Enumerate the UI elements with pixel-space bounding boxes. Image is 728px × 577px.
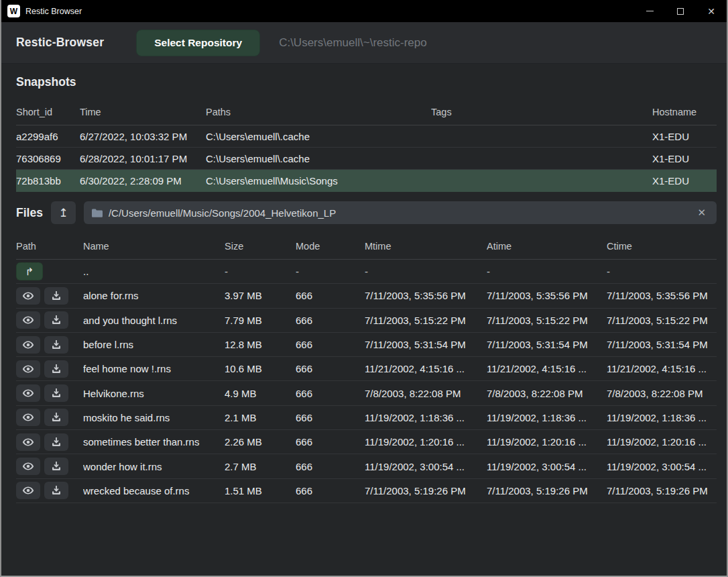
snapshot-time: 6/30/2022, 2:28:09 PM <box>80 175 206 187</box>
download-file-button[interactable] <box>44 384 68 402</box>
file-name: and you thought l.rns <box>83 315 225 326</box>
minimize-button[interactable] <box>634 0 665 22</box>
file-mode: - <box>296 266 365 277</box>
preview-file-button[interactable] <box>16 311 40 329</box>
preview-file-button[interactable] <box>16 482 40 499</box>
app-header: Restic-Browser Select Repository C:\User… <box>1 22 727 64</box>
file-atime: 7/11/2003, 5:19:26 PM <box>487 485 607 496</box>
file-name: .. <box>83 266 225 277</box>
file-atime: 7/8/2003, 8:22:08 PM <box>487 388 607 399</box>
download-icon <box>52 291 61 301</box>
file-atime: 7/11/2003, 5:35:56 PM <box>487 290 607 301</box>
snapshot-paths: C:\Users\emuell\.cache <box>206 153 431 164</box>
minimize-icon <box>646 11 654 11</box>
file-size: 12.8 MB <box>225 339 296 350</box>
file-name: feel home now !.rns <box>83 363 225 374</box>
maximize-button[interactable] <box>665 0 696 22</box>
file-mtime: 11/19/2002, 3:00:54 ... <box>365 461 487 472</box>
window-title: Restic Browser <box>25 7 82 16</box>
snapshot-row-selected[interactable]: 72b813bb 6/30/2022, 2:28:09 PM C:\Users\… <box>16 170 717 192</box>
file-mtime: 7/11/2003, 5:19:26 PM <box>365 485 487 496</box>
select-repository-button[interactable]: Select Repository <box>136 30 260 56</box>
preview-file-button[interactable] <box>16 287 40 305</box>
eye-icon <box>22 486 34 494</box>
files-title: Files <box>16 206 43 220</box>
files-path-value: /C/Users/emuell/Music/Songs/2004_Helveti… <box>109 207 689 219</box>
file-ctime: 11/21/2002, 4:15:16 ... <box>607 363 717 374</box>
eye-icon <box>22 438 34 446</box>
file-ctime: 11/19/2002, 1:20:16 ... <box>607 436 717 448</box>
file-mode: 666 <box>296 363 365 374</box>
snapshot-row[interactable]: 76306869 6/28/2022, 10:01:17 PM C:\Users… <box>16 148 717 170</box>
app-logo-icon: W <box>7 5 20 17</box>
file-ctime: 11/19/2002, 3:00:54 ... <box>607 461 717 472</box>
snapshot-time: 6/27/2022, 10:03:32 PM <box>80 131 206 142</box>
download-file-button[interactable] <box>44 336 68 354</box>
download-file-button[interactable] <box>44 482 68 499</box>
preview-file-button[interactable] <box>16 384 40 402</box>
file-mode: 666 <box>296 436 365 448</box>
snapshot-paths: C:\Users\emuell\Music\Songs <box>206 175 431 187</box>
eye-icon <box>22 389 34 397</box>
download-file-button[interactable] <box>44 409 68 426</box>
clear-path-button[interactable]: ✕ <box>694 205 709 220</box>
col-hostname: Hostname <box>652 107 717 117</box>
col-path: Path <box>16 241 83 252</box>
col-tags: Tags <box>431 107 652 117</box>
file-name: Helvikone.rns <box>83 388 225 399</box>
col-size: Size <box>225 241 296 252</box>
file-mode: 666 <box>296 339 365 350</box>
up-level-button[interactable]: ↥ <box>51 201 76 224</box>
file-atime: 11/21/2002, 4:15:16 ... <box>487 363 607 374</box>
file-atime: 7/11/2003, 5:31:54 PM <box>487 339 607 350</box>
preview-file-button[interactable] <box>16 336 40 354</box>
go-parent-button[interactable]: ↱ <box>16 262 43 280</box>
file-size: 2.1 MB <box>225 412 296 423</box>
file-atime: 11/19/2002, 1:18:36 ... <box>487 412 607 423</box>
file-mtime: 7/11/2003, 5:35:56 PM <box>365 290 487 301</box>
download-file-button[interactable] <box>44 311 68 329</box>
file-size: - <box>225 266 296 277</box>
eye-icon <box>22 462 34 470</box>
eye-icon <box>22 365 34 373</box>
preview-file-button[interactable] <box>16 433 40 451</box>
file-ctime: 7/11/2003, 5:31:54 PM <box>607 339 717 350</box>
file-ctime: 7/11/2003, 5:15:22 PM <box>607 315 717 326</box>
snapshots-section-header: Snapshots <box>1 64 727 99</box>
snapshot-row[interactable]: a2299af6 6/27/2022, 10:03:32 PM C:\Users… <box>16 125 717 148</box>
preview-file-button[interactable] <box>16 458 40 475</box>
download-file-button[interactable] <box>44 433 68 451</box>
snapshots-table-header: Short_id Time Paths Tags Hostname <box>16 99 717 125</box>
file-mode: 666 <box>296 485 365 496</box>
download-icon <box>52 340 61 350</box>
file-ctime: 7/11/2003, 5:35:56 PM <box>607 290 717 301</box>
close-icon: ✕ <box>707 6 715 17</box>
col-name: Name <box>83 241 225 252</box>
download-file-button[interactable] <box>44 458 68 475</box>
file-size: 2.26 MB <box>225 436 296 448</box>
file-row: moskito he said.rns 2.1 MB 666 11/19/200… <box>16 406 717 430</box>
file-row: and you thought l.rns 7.79 MB 666 7/11/2… <box>16 309 717 333</box>
preview-file-button[interactable] <box>16 360 40 378</box>
download-icon <box>52 413 61 422</box>
files-table-header: Path Name Size Mode Mtime Atime Ctime <box>16 233 717 260</box>
download-file-button[interactable] <box>44 287 68 305</box>
snapshot-paths: C:\Users\emuell\.cache <box>206 131 431 142</box>
file-row: wrecked because of.rns 1.51 MB 666 7/11/… <box>16 479 717 503</box>
preview-file-button[interactable] <box>16 409 40 426</box>
file-name: sometimes better than.rns <box>83 436 225 448</box>
eye-icon <box>22 413 34 421</box>
snapshot-hostname: X1-EDU <box>652 153 717 164</box>
file-size: 7.79 MB <box>225 315 296 326</box>
close-button[interactable]: ✕ <box>696 0 727 22</box>
snapshot-hostname: X1-EDU <box>652 175 717 187</box>
eye-icon <box>22 341 34 349</box>
file-mode: 666 <box>296 388 365 399</box>
col-atime: Atime <box>487 241 607 252</box>
download-icon <box>52 462 61 471</box>
files-path-bar[interactable]: /C/Users/emuell/Music/Songs/2004_Helveti… <box>84 201 717 224</box>
eye-icon <box>22 316 34 324</box>
file-mode: 666 <box>296 412 365 423</box>
download-file-button[interactable] <box>44 360 68 378</box>
file-ctime: 11/19/2002, 1:18:36 ... <box>607 412 717 423</box>
